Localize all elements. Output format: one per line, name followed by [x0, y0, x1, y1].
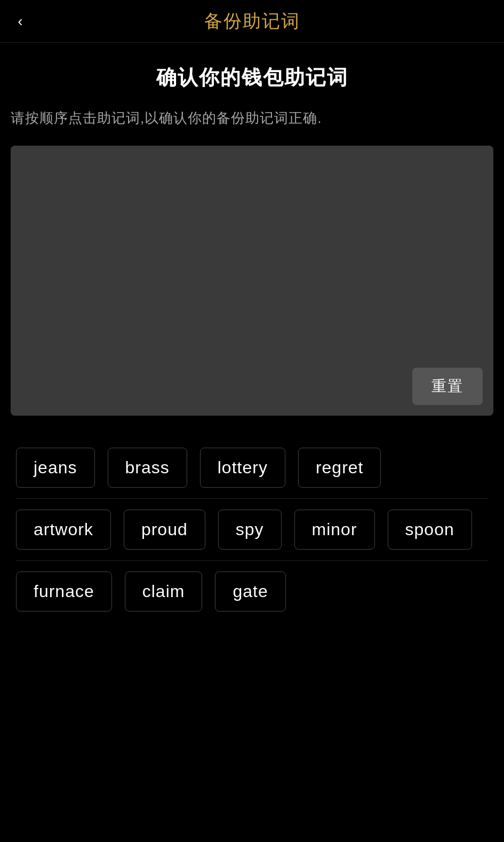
page-title: 确认你的钱包助记词	[11, 64, 493, 91]
word-chip-furnace[interactable]: furnace	[16, 571, 112, 611]
reset-button[interactable]: 重置	[412, 368, 483, 405]
header: ‹ 备份助记词	[0, 0, 504, 43]
word-chip-jeans[interactable]: jeans	[16, 448, 95, 488]
mnemonic-input-area: 重置	[11, 146, 493, 416]
word-chip-proud[interactable]: proud	[124, 510, 205, 550]
word-chip-lottery[interactable]: lottery	[200, 448, 285, 488]
word-chip-spy[interactable]: spy	[218, 510, 282, 550]
word-chip-spoon[interactable]: spoon	[388, 510, 472, 550]
word-chip-artwork[interactable]: artwork	[16, 510, 111, 550]
page-subtitle: 请按顺序点击助记词,以确认你的备份助记词正确.	[11, 107, 493, 130]
word-row-2: furnaceclaimgate	[16, 561, 488, 622]
back-button[interactable]: ‹	[9, 10, 32, 33]
word-row-1: artworkproudspyminorspoon	[16, 499, 488, 561]
word-row-0: jeansbrasslotteryregret	[16, 437, 488, 499]
mnemonic-words-display	[21, 156, 483, 359]
word-choices-section: jeansbrasslotteryregretartworkproudspymi…	[11, 437, 493, 622]
main-content: 确认你的钱包助记词 请按顺序点击助记词,以确认你的备份助记词正确. 重置 jea…	[0, 43, 504, 633]
word-chip-regret[interactable]: regret	[298, 448, 381, 488]
word-chip-gate[interactable]: gate	[215, 571, 285, 611]
header-title: 备份助记词	[204, 9, 300, 34]
word-chip-brass[interactable]: brass	[108, 448, 187, 488]
word-chip-minor[interactable]: minor	[294, 510, 375, 550]
back-icon: ‹	[18, 13, 22, 30]
word-chip-claim[interactable]: claim	[125, 571, 203, 611]
